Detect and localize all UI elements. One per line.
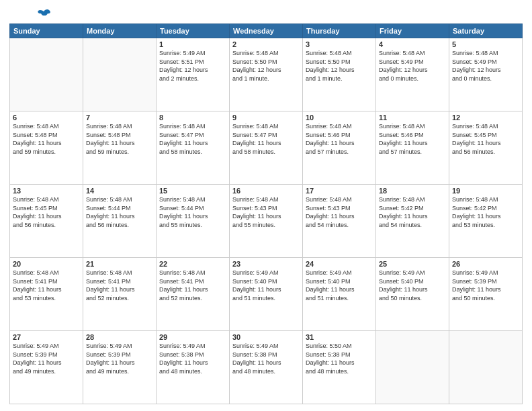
cell-info: Sunset: 5:46 PM	[379, 131, 446, 140]
calendar-cell: 23Sunrise: 5:49 AMSunset: 5:40 PMDayligh…	[230, 258, 303, 331]
cell-info: Sunrise: 5:48 AM	[452, 122, 519, 131]
calendar-cell: 8Sunrise: 5:48 AMSunset: 5:47 PMDaylight…	[157, 111, 230, 185]
calendar-header-sunday: Sunday	[10, 24, 83, 38]
cell-info: Sunrise: 5:48 AM	[232, 195, 300, 204]
day-number: 2	[232, 40, 300, 48]
day-number: 29	[159, 333, 226, 341]
cell-info: Sunset: 5:40 PM	[232, 277, 300, 286]
calendar-week-5: 27Sunrise: 5:49 AMSunset: 5:39 PMDayligh…	[10, 331, 523, 404]
cell-info: Daylight: 11 hours	[452, 285, 519, 294]
cell-info: and 52 minutes.	[86, 294, 153, 303]
day-number: 24	[306, 260, 373, 268]
cell-info: and 54 minutes.	[306, 221, 373, 230]
cell-info: Sunset: 5:44 PM	[159, 204, 226, 213]
cell-info: Sunset: 5:51 PM	[159, 58, 226, 66]
calendar-header-saturday: Saturday	[449, 24, 523, 38]
cell-info: Daylight: 11 hours	[13, 285, 80, 294]
calendar-cell: 20Sunrise: 5:48 AMSunset: 5:41 PMDayligh…	[10, 258, 83, 331]
day-number: 10	[306, 113, 373, 122]
cell-info: Sunset: 5:39 PM	[452, 277, 519, 286]
cell-info: and 59 minutes.	[86, 148, 153, 156]
cell-info: and 49 minutes.	[86, 367, 153, 376]
calendar-cell: 31Sunrise: 5:50 AMSunset: 5:38 PMDayligh…	[303, 331, 376, 404]
cell-info: Sunrise: 5:48 AM	[379, 195, 446, 204]
calendar-header-monday: Monday	[83, 24, 157, 38]
calendar-cell: 18Sunrise: 5:48 AMSunset: 5:42 PMDayligh…	[376, 185, 449, 258]
cell-info: Sunset: 5:43 PM	[306, 204, 373, 213]
cell-info: and 55 minutes.	[159, 221, 226, 230]
cell-info: Sunset: 5:38 PM	[232, 351, 300, 359]
cell-info: and 51 minutes.	[232, 294, 300, 303]
cell-info: Sunset: 5:42 PM	[379, 204, 446, 213]
cell-info: Sunset: 5:49 PM	[452, 58, 519, 66]
cell-info: Sunrise: 5:50 AM	[306, 342, 373, 351]
calendar-week-3: 13Sunrise: 5:48 AMSunset: 5:45 PMDayligh…	[10, 185, 523, 258]
cell-info: Daylight: 11 hours	[452, 139, 519, 148]
calendar-cell: 26Sunrise: 5:49 AMSunset: 5:39 PMDayligh…	[449, 258, 523, 331]
calendar-cell: 24Sunrise: 5:49 AMSunset: 5:40 PMDayligh…	[303, 258, 376, 331]
cell-info: Sunset: 5:39 PM	[13, 351, 80, 359]
day-number: 8	[159, 113, 226, 122]
cell-info: Sunrise: 5:48 AM	[306, 195, 373, 204]
calendar-cell	[449, 331, 523, 404]
day-number: 22	[159, 260, 226, 268]
day-number: 25	[379, 260, 446, 268]
cell-info: Sunrise: 5:49 AM	[232, 269, 300, 277]
cell-info: and 1 minute.	[306, 75, 373, 83]
cell-info: Daylight: 11 hours	[306, 359, 373, 367]
day-number: 6	[13, 113, 80, 122]
cell-info: Daylight: 12 hours	[379, 66, 446, 75]
cell-info: Sunset: 5:41 PM	[86, 277, 153, 286]
cell-info: and 48 minutes.	[232, 367, 300, 376]
cell-info: Sunrise: 5:48 AM	[232, 49, 300, 58]
cell-info: Sunset: 5:48 PM	[13, 131, 80, 140]
cell-info: Sunrise: 5:48 AM	[13, 195, 80, 204]
day-number: 31	[306, 333, 373, 341]
cell-info: and 57 minutes.	[306, 148, 373, 156]
calendar-header-thursday: Thursday	[303, 24, 376, 38]
calendar-cell: 19Sunrise: 5:48 AMSunset: 5:42 PMDayligh…	[449, 185, 523, 258]
day-number: 12	[452, 113, 519, 122]
cell-info: Daylight: 11 hours	[232, 359, 300, 367]
cell-info: Sunset: 5:46 PM	[306, 131, 373, 140]
calendar-cell: 7Sunrise: 5:48 AMSunset: 5:48 PMDaylight…	[83, 111, 157, 185]
cell-info: and 48 minutes.	[306, 367, 373, 376]
cell-info: Daylight: 11 hours	[232, 139, 300, 148]
cell-info: Sunrise: 5:49 AM	[159, 342, 226, 351]
cell-info: Sunset: 5:40 PM	[306, 277, 373, 286]
calendar-cell: 30Sunrise: 5:49 AMSunset: 5:38 PMDayligh…	[230, 331, 303, 404]
day-number: 3	[306, 40, 373, 48]
cell-info: Sunrise: 5:49 AM	[306, 269, 373, 277]
calendar-cell	[83, 38, 157, 111]
cell-info: Daylight: 11 hours	[13, 139, 80, 148]
cell-info: Daylight: 11 hours	[379, 212, 446, 221]
day-number: 27	[13, 333, 80, 341]
cell-info: Daylight: 12 hours	[159, 66, 226, 75]
cell-info: Sunset: 5:41 PM	[159, 277, 226, 286]
cell-info: Sunset: 5:41 PM	[13, 277, 80, 286]
day-number: 28	[86, 333, 153, 341]
calendar-cell: 15Sunrise: 5:48 AMSunset: 5:44 PMDayligh…	[157, 185, 230, 258]
cell-info: Sunrise: 5:49 AM	[232, 342, 300, 351]
cell-info: Sunset: 5:42 PM	[452, 204, 519, 213]
cell-info: Sunrise: 5:49 AM	[379, 269, 446, 277]
cell-info: Sunrise: 5:48 AM	[86, 195, 153, 204]
cell-info: and 1 minute.	[232, 75, 300, 83]
cell-info: and 0 minutes.	[452, 75, 519, 83]
cell-info: Daylight: 11 hours	[159, 212, 226, 221]
cell-info: Daylight: 11 hours	[13, 359, 80, 367]
cell-info: Sunrise: 5:49 AM	[86, 342, 153, 351]
cell-info: Daylight: 11 hours	[86, 139, 153, 148]
day-number: 15	[159, 187, 226, 195]
cell-info: Sunrise: 5:48 AM	[159, 122, 226, 131]
cell-info: Daylight: 11 hours	[306, 285, 373, 294]
day-number: 13	[13, 187, 80, 195]
day-number: 9	[232, 113, 300, 122]
calendar-cell: 3Sunrise: 5:48 AMSunset: 5:50 PMDaylight…	[303, 38, 376, 111]
calendar-header-tuesday: Tuesday	[157, 24, 230, 38]
cell-info: Daylight: 11 hours	[452, 212, 519, 221]
day-number: 30	[232, 333, 300, 341]
cell-info: and 48 minutes.	[159, 367, 226, 376]
cell-info: and 52 minutes.	[159, 294, 226, 303]
cell-info: Sunset: 5:48 PM	[86, 131, 153, 140]
